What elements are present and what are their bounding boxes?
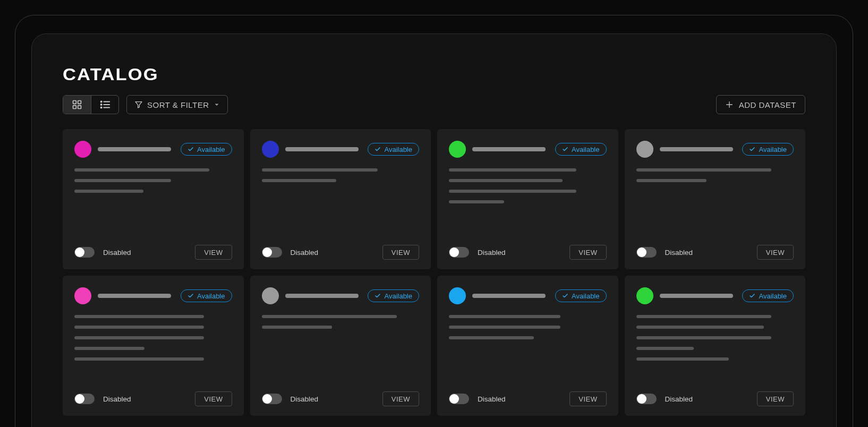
toggle-label: Disabled bbox=[103, 249, 131, 257]
enable-toggle[interactable] bbox=[449, 247, 469, 258]
card-description bbox=[262, 315, 420, 329]
svg-rect-1 bbox=[78, 101, 81, 104]
dataset-title-placeholder bbox=[472, 294, 546, 298]
view-button[interactable]: VIEW bbox=[569, 245, 606, 260]
device-frame: CATALOG bbox=[15, 15, 853, 427]
chevron-down-icon bbox=[214, 101, 220, 108]
toggle-label: Disabled bbox=[291, 395, 319, 403]
text-line-placeholder bbox=[449, 315, 560, 318]
enable-toggle[interactable] bbox=[636, 247, 657, 258]
text-line-placeholder bbox=[636, 179, 707, 182]
enable-toggle[interactable] bbox=[262, 394, 282, 404]
toggle-knob bbox=[75, 394, 84, 404]
text-line-placeholder bbox=[74, 168, 209, 172]
list-view-button[interactable] bbox=[91, 96, 118, 114]
text-line-placeholder bbox=[74, 347, 144, 350]
dataset-title-placeholder bbox=[472, 147, 546, 151]
status-label: Available bbox=[197, 146, 225, 153]
check-icon bbox=[562, 146, 568, 152]
view-button[interactable]: VIEW bbox=[382, 391, 419, 406]
text-line-placeholder bbox=[449, 326, 560, 329]
text-line-placeholder bbox=[262, 179, 336, 182]
status-label: Available bbox=[759, 146, 787, 153]
text-line-placeholder bbox=[636, 326, 764, 329]
card-description bbox=[449, 315, 607, 339]
status-chip: Available bbox=[181, 289, 232, 302]
status-chip: Available bbox=[181, 143, 232, 156]
status-label: Available bbox=[197, 292, 225, 300]
dataset-card: AvailableDisabledVIEW bbox=[63, 276, 244, 416]
svg-rect-0 bbox=[73, 101, 76, 104]
dataset-color-dot bbox=[262, 141, 279, 158]
card-footer: DisabledVIEW bbox=[449, 245, 607, 260]
view-button[interactable]: VIEW bbox=[569, 391, 606, 406]
text-line-placeholder bbox=[449, 200, 504, 203]
toggle-knob bbox=[262, 247, 272, 257]
toggle-label: Disabled bbox=[665, 249, 693, 257]
status-chip: Available bbox=[742, 143, 794, 156]
text-line-placeholder bbox=[74, 357, 204, 361]
dataset-title-placeholder bbox=[98, 294, 171, 298]
view-mode-toggle bbox=[63, 95, 119, 114]
dataset-color-dot bbox=[636, 141, 653, 158]
check-icon bbox=[375, 146, 381, 152]
dataset-title-placeholder bbox=[660, 147, 733, 151]
enable-toggle[interactable] bbox=[74, 247, 95, 258]
check-icon bbox=[375, 293, 381, 299]
status-chip: Available bbox=[555, 289, 607, 302]
card-footer: DisabledVIEW bbox=[262, 391, 420, 406]
card-header: Available bbox=[74, 287, 232, 304]
grid-view-button[interactable] bbox=[63, 96, 91, 114]
text-line-placeholder bbox=[262, 315, 397, 318]
view-button[interactable]: VIEW bbox=[195, 391, 232, 406]
card-header: Available bbox=[74, 141, 232, 158]
enable-toggle[interactable] bbox=[262, 247, 282, 258]
enable-toggle[interactable] bbox=[449, 394, 469, 404]
view-button[interactable]: VIEW bbox=[757, 245, 794, 260]
grid-icon bbox=[72, 99, 82, 110]
toggle-knob bbox=[637, 394, 646, 404]
svg-rect-2 bbox=[73, 106, 76, 109]
dataset-title-placeholder bbox=[285, 294, 359, 298]
toggle-label: Disabled bbox=[478, 395, 506, 403]
app-window: CATALOG bbox=[31, 33, 837, 427]
dataset-title-placeholder bbox=[660, 294, 733, 298]
view-button[interactable]: VIEW bbox=[382, 245, 419, 260]
dataset-card: AvailableDisabledVIEW bbox=[625, 276, 806, 416]
view-button[interactable]: VIEW bbox=[757, 391, 794, 406]
card-header: Available bbox=[636, 287, 794, 304]
sort-filter-button[interactable]: SORT & FILTER bbox=[126, 95, 228, 114]
text-line-placeholder bbox=[449, 336, 534, 339]
dataset-card: AvailableDisabledVIEW bbox=[437, 129, 618, 269]
toggle-knob bbox=[75, 247, 84, 257]
enable-toggle[interactable] bbox=[636, 394, 657, 404]
dataset-grid: AvailableDisabledVIEWAvailableDisabledVI… bbox=[63, 129, 805, 416]
status-label: Available bbox=[759, 292, 787, 300]
toolbar: SORT & FILTER ADD DATASET bbox=[63, 95, 805, 114]
text-line-placeholder bbox=[636, 336, 771, 339]
svg-point-4 bbox=[100, 101, 101, 102]
toggle-label: Disabled bbox=[103, 395, 131, 403]
status-label: Available bbox=[572, 146, 600, 153]
check-icon bbox=[749, 293, 755, 299]
card-description bbox=[449, 168, 607, 203]
dataset-color-dot bbox=[74, 287, 91, 304]
toggle-knob bbox=[637, 247, 646, 257]
dataset-title-placeholder bbox=[285, 147, 359, 151]
text-line-placeholder bbox=[74, 190, 143, 193]
toggle-label: Disabled bbox=[478, 249, 506, 257]
card-footer: DisabledVIEW bbox=[636, 391, 794, 406]
card-description bbox=[636, 315, 794, 361]
dataset-color-dot bbox=[74, 141, 91, 158]
check-icon bbox=[749, 146, 755, 152]
status-label: Available bbox=[572, 292, 600, 300]
card-footer: DisabledVIEW bbox=[74, 245, 232, 260]
view-button[interactable]: VIEW bbox=[195, 245, 232, 260]
status-label: Available bbox=[384, 292, 412, 300]
status-label: Available bbox=[384, 146, 412, 153]
text-line-placeholder bbox=[74, 315, 204, 318]
text-line-placeholder bbox=[449, 190, 576, 193]
enable-toggle[interactable] bbox=[74, 394, 95, 404]
add-dataset-button[interactable]: ADD DATASET bbox=[716, 95, 805, 114]
check-icon bbox=[188, 146, 194, 152]
